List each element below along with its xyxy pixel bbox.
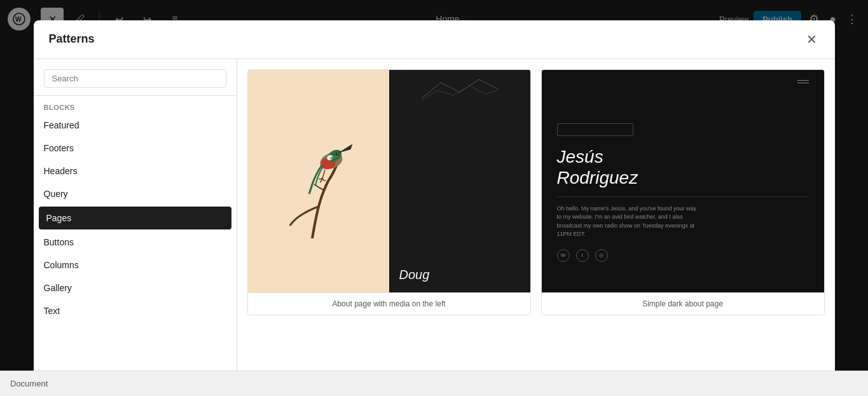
patterns-search-container (34, 64, 237, 96)
dark-about-preview: Jesús Rodriguez Oh hello. My name's Jesú… (542, 70, 824, 292)
dark-name: Jesús Rodriguez (557, 146, 809, 189)
dark-nav-line-1 (797, 80, 809, 81)
dark-icon-wp: W (557, 249, 570, 262)
bird-illustration (277, 118, 360, 245)
sidebar-nav-item-columns[interactable]: Columns (34, 254, 237, 277)
about-media-right-half: Doug (389, 70, 530, 292)
dark-icon-instagram: ◎ (595, 249, 608, 262)
dark-nav-line-2 (797, 83, 809, 83)
mountain-lines (422, 76, 498, 102)
modal-title: Patterns (49, 32, 95, 46)
patterns-modal: Patterns ✕ Blocks FeaturedFootersHeaders… (34, 20, 835, 376)
pattern-card-dark-about-label: Simple dark about page (542, 292, 824, 315)
svg-point-7 (336, 153, 337, 153)
document-label: Document (10, 379, 48, 388)
pattern-card-about-media-label: About page with media on the left (248, 292, 530, 315)
sidebar-nav-item-query[interactable]: Query (34, 182, 237, 205)
sidebar-nav-item-text[interactable]: Text (34, 299, 237, 322)
about-page-name: Doug (399, 268, 520, 282)
modal-body: Blocks FeaturedFootersHeadersQueryPagesB… (34, 59, 835, 376)
about-name-text: Doug (399, 268, 430, 282)
dark-social-icons: W t ◎ (557, 249, 809, 262)
pattern-card-about-media[interactable]: Doug About page with media on the left (247, 69, 531, 315)
about-media-preview: Doug (248, 70, 530, 292)
patterns-sidebar: Blocks FeaturedFootersHeadersQueryPagesB… (34, 59, 237, 376)
sidebar-section-label: Blocks (34, 96, 237, 114)
patterns-search-input[interactable] (44, 69, 226, 88)
bottom-bar: Document (0, 371, 868, 396)
about-media-left-half (248, 70, 389, 292)
dark-name-line1: Jesús (557, 147, 603, 167)
patterns-content-area: Doug About page with media on the left (237, 59, 835, 376)
dark-icon-twitter: t (576, 249, 589, 262)
svg-point-6 (336, 153, 338, 155)
dark-name-line2: Rodriguez (557, 168, 638, 188)
sidebar-nav-item-footers[interactable]: Footers (34, 137, 237, 160)
dark-bio: Oh hello. My name's Jesús, and you've fo… (557, 205, 697, 239)
sidebar-nav-item-featured[interactable]: Featured (34, 114, 237, 137)
sidebar-nav-item-pages[interactable]: Pages (39, 207, 231, 229)
pattern-card-dark-about[interactable]: Jesús Rodriguez Oh hello. My name's Jesú… (541, 69, 825, 315)
sidebar-nav-item-gallery[interactable]: Gallery (34, 277, 237, 299)
pattern-preview-about-media: Doug (248, 70, 530, 292)
modal-close-button[interactable]: ✕ (804, 31, 820, 48)
pattern-preview-dark-about: Jesús Rodriguez Oh hello. My name's Jesú… (542, 70, 824, 292)
sidebar-nav-item-headers[interactable]: Headers (34, 160, 237, 182)
modal-header: Patterns ✕ (34, 20, 835, 59)
dark-divider (557, 196, 809, 197)
modal-overlay: Patterns ✕ Blocks FeaturedFootersHeaders… (0, 0, 868, 396)
dark-input-bar (557, 123, 633, 136)
patterns-nav-list: FeaturedFootersHeadersQueryPagesButtonsC… (34, 114, 237, 322)
sidebar-nav-item-buttons[interactable]: Buttons (34, 231, 237, 254)
dark-nav-icon (797, 80, 809, 83)
